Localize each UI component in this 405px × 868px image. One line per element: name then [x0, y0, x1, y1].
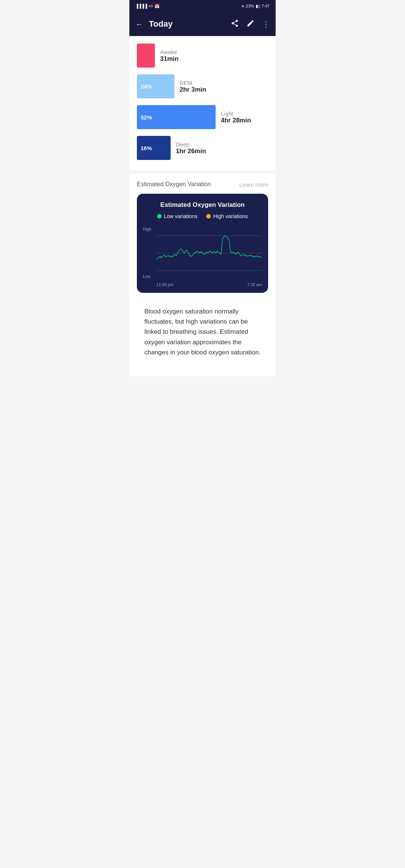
deep-label: Deep 1hr 26min	[176, 141, 206, 155]
light-label: Light 4hr 28min	[221, 110, 251, 124]
chart-svg-wrapper	[156, 227, 262, 279]
x-label-start: 11:04 pm	[156, 282, 174, 287]
status-right: ∗ 23% ▮▯ 7:47	[241, 4, 270, 9]
back-button[interactable]: ←	[135, 20, 143, 29]
signal-icon: ▐▐▐▐	[135, 4, 147, 8]
awake-title: Awake	[160, 49, 178, 55]
sleep-stages-section: Awake 31min 24% REM 2hr 3min 52% Light 4…	[129, 36, 276, 170]
share-button[interactable]	[231, 19, 239, 29]
battery-percentage: 23%	[246, 4, 254, 8]
high-variations-label: High variations	[213, 213, 248, 219]
chart-legend: Low variations High variations	[143, 213, 262, 219]
battery-icon: ▮▯	[256, 4, 260, 9]
light-title: Light	[221, 110, 251, 117]
edit-button[interactable]	[246, 19, 255, 29]
deep-percentage: 16%	[141, 145, 152, 151]
light-bar: 52%	[137, 105, 216, 129]
oxygen-section-title: Estimated Oxygen Variation	[137, 181, 211, 188]
rem-title: REM	[180, 80, 206, 86]
oxygen-variation-section: Estimated Oxygen Variation Learn more Es…	[129, 173, 276, 376]
oxygen-description-text: Blood oxygen saturation normally fluctua…	[144, 308, 261, 356]
light-percentage: 52%	[141, 114, 152, 121]
bluetooth-icon: ∗	[241, 4, 244, 9]
sleep-stage-rem: 24% REM 2hr 3min	[137, 74, 268, 98]
y-label-high: High	[143, 227, 152, 231]
deep-title: Deep	[176, 141, 206, 148]
oxygen-chart-area: High Low 11:04 pm 7:32 am	[143, 227, 262, 287]
status-left: ▐▐▐▐ 4G 📅	[135, 4, 160, 9]
awake-duration: 31min	[160, 55, 178, 63]
sleep-stage-deep: 16% Deep 1hr 26min	[137, 136, 268, 160]
y-label-low: Low	[143, 274, 152, 279]
legend-high-variations: High variations	[206, 213, 248, 219]
low-variations-dot	[157, 214, 162, 219]
rem-label: REM 2hr 3min	[180, 80, 206, 93]
oxygen-description: Blood oxygen saturation normally fluctua…	[137, 300, 268, 369]
chart-x-labels: 11:04 pm 7:32 am	[156, 282, 262, 287]
sleep-stage-awake: Awake 31min	[137, 44, 268, 68]
app-header: ← Today ⋮	[129, 12, 276, 36]
awake-label: Awake 31min	[160, 49, 178, 63]
awake-bar	[137, 44, 155, 68]
legend-low-variations: Low variations	[157, 213, 198, 219]
oxygen-chart-card: Estimated Oxygen Variation Low variation…	[137, 194, 268, 293]
more-options-button[interactable]: ⋮	[262, 20, 270, 29]
deep-duration: 1hr 26min	[176, 148, 206, 155]
chart-y-labels: High Low	[143, 227, 152, 287]
light-duration: 4hr 28min	[221, 117, 251, 124]
rem-percentage: 24%	[141, 83, 152, 90]
calendar-icon: 📅	[154, 4, 160, 9]
low-variations-label: Low variations	[164, 213, 198, 219]
header-actions: ⋮	[231, 19, 270, 29]
high-variations-dot	[206, 214, 211, 219]
status-bar: ▐▐▐▐ 4G 📅 ∗ 23% ▮▯ 7:47	[129, 0, 276, 12]
rem-bar: 24%	[137, 74, 174, 98]
x-label-end: 7:32 am	[247, 282, 262, 287]
sleep-stage-light: 52% Light 4hr 28min	[137, 105, 268, 129]
data-icon: 4G	[148, 4, 153, 8]
deep-bar: 16%	[137, 136, 171, 160]
page-title: Today	[149, 19, 225, 29]
time-display: 7:47	[262, 4, 270, 8]
oxygen-line-chart	[156, 227, 262, 279]
rem-duration: 2hr 3min	[180, 86, 206, 93]
chart-title: Estimated Oxygen Variation	[143, 201, 262, 209]
learn-more-button[interactable]: Learn more	[239, 181, 268, 188]
oxygen-section-header: Estimated Oxygen Variation Learn more	[137, 181, 268, 188]
